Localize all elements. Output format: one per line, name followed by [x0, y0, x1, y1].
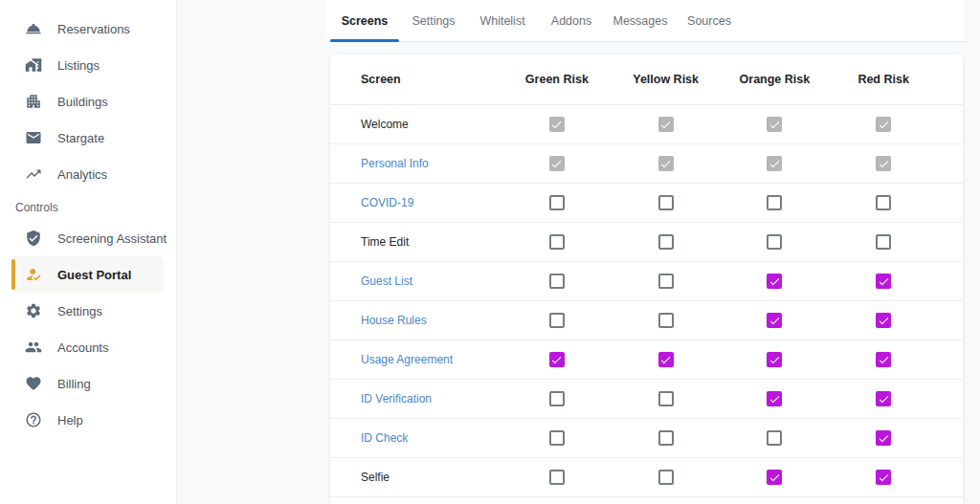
checkbox-covid-19-red-risk[interactable]: [876, 195, 891, 210]
checkbox-guest-list-yellow-risk[interactable]: [658, 274, 674, 289]
screen-name-cell: Usage Agreement: [330, 353, 502, 366]
checkbox-covid-19-green-risk[interactable]: [549, 195, 565, 210]
screen-name-cell: Selfie: [330, 471, 502, 484]
risk-cell-green-risk: [502, 430, 612, 446]
risk-cell-yellow-risk: [612, 234, 721, 250]
tab-settings[interactable]: Settings: [399, 0, 468, 41]
checkbox-time-edit-yellow-risk[interactable]: [658, 234, 674, 250]
sidebar-item-billing[interactable]: Billing: [0, 365, 176, 402]
sidebar-item-label: Stargate: [57, 131, 104, 145]
screen-link-personal-info[interactable]: Personal Info: [361, 157, 429, 170]
checkbox-selfie-orange-risk[interactable]: [767, 470, 782, 485]
checkbox-id-check-yellow-risk[interactable]: [658, 430, 674, 446]
sidebar-item-screening-assistant[interactable]: Screening Assistant: [0, 220, 176, 256]
risk-cell-green-risk: [502, 156, 612, 171]
checkbox-id-verification-orange-risk[interactable]: [767, 391, 782, 406]
checkbox-covid-19-yellow-risk[interactable]: [658, 195, 674, 210]
sidebar-item-analytics[interactable]: Analytics: [0, 156, 176, 192]
screen-link-id-check[interactable]: ID Check: [361, 431, 408, 445]
risk-cell-red-risk: [829, 470, 938, 485]
risk-cell-orange-risk: [721, 274, 830, 289]
risk-cell-orange-risk: [721, 391, 830, 406]
checkbox-guest-list-red-risk[interactable]: [876, 274, 891, 289]
sidebar-item-listings[interactable]: Listings: [0, 47, 176, 83]
checkbox-guest-list-green-risk[interactable]: [549, 274, 565, 289]
checkbox-house-rules-yellow-risk[interactable]: [658, 313, 674, 328]
screen-link-covid-19[interactable]: COVID-19: [361, 196, 413, 209]
sidebar-item-label: Reservations: [57, 22, 130, 36]
risk-cell-orange-risk: [721, 313, 830, 328]
sidebar-item-stargate[interactable]: Stargate: [0, 120, 176, 156]
sidebar-item-help[interactable]: Help: [0, 402, 176, 438]
checkbox-covid-19-orange-risk[interactable]: [767, 195, 782, 210]
risk-cell-red-risk: [829, 313, 938, 328]
checkbox-id-check-red-risk[interactable]: [876, 430, 891, 446]
checkbox-guest-list-orange-risk[interactable]: [767, 274, 782, 289]
checkbox-time-edit-red-risk[interactable]: [876, 234, 891, 250]
checkbox-usage-agreement-red-risk[interactable]: [876, 352, 891, 367]
sidebar-item-guest-portal[interactable]: Guest Portal: [11, 256, 164, 293]
checkbox-welcome-orange-risk: [767, 117, 782, 132]
risk-cell-green-risk: [502, 391, 612, 406]
table-row-personal-info: Personal Info: [330, 144, 963, 184]
risk-cell-orange-risk: [721, 430, 830, 446]
checkbox-house-rules-red-risk[interactable]: [876, 313, 891, 328]
people-icon: [25, 339, 42, 356]
sidebar-item-label: Screening Assistant: [57, 231, 167, 246]
checkbox-welcome-green-risk: [549, 117, 565, 132]
trending-up-icon: [25, 165, 42, 183]
checkbox-time-edit-green-risk[interactable]: [549, 234, 565, 250]
checkbox-id-verification-green-risk[interactable]: [549, 391, 565, 406]
checkbox-selfie-green-risk[interactable]: [549, 470, 565, 485]
risk-cell-yellow-risk: [612, 470, 721, 485]
risk-cell-green-risk: [502, 313, 612, 328]
sidebar-item-label: Guest Portal: [57, 268, 131, 282]
room-service-icon: [25, 20, 42, 37]
sidebar-item-buildings[interactable]: Buildings: [0, 83, 176, 120]
tab-whitelist[interactable]: Whitelist: [468, 0, 537, 41]
risk-cell-red-risk: [829, 430, 938, 446]
risk-cell-orange-risk: [721, 117, 830, 132]
tab-addons[interactable]: Addons: [537, 0, 606, 41]
checkbox-selfie-red-risk[interactable]: [876, 470, 891, 485]
screen-name-cell: ID Check: [330, 431, 502, 445]
checkbox-id-verification-red-risk[interactable]: [876, 391, 891, 406]
checkbox-time-edit-orange-risk[interactable]: [767, 234, 782, 250]
sidebar-item-reservations[interactable]: Reservations: [0, 11, 176, 47]
gear-icon: [25, 302, 42, 319]
checkbox-id-check-orange-risk[interactable]: [767, 430, 782, 446]
screen-link-guest-list[interactable]: Guest List: [361, 274, 412, 288]
screen-link-usage-agreement[interactable]: Usage Agreement: [361, 353, 453, 366]
tab-screens[interactable]: Screens: [330, 0, 399, 41]
risk-cell-yellow-risk: [612, 117, 721, 132]
checkbox-usage-agreement-green-risk[interactable]: [549, 352, 565, 367]
risk-cell-orange-risk: [721, 195, 830, 210]
table-header: ScreenGreen RiskYellow RiskOrange RiskRe…: [330, 55, 963, 105]
tab-messages[interactable]: Messages: [606, 0, 675, 41]
screen-name-cell: Guest List: [330, 274, 502, 288]
table-row-id-verification: ID Verification: [330, 380, 963, 419]
risk-cell-green-risk: [502, 117, 612, 132]
shield-check-icon: [25, 230, 42, 247]
checkbox-usage-agreement-orange-risk[interactable]: [767, 352, 782, 367]
checkbox-id-check-green-risk[interactable]: [549, 430, 565, 446]
tab-sources[interactable]: Sources: [675, 0, 744, 41]
checkbox-selfie-yellow-risk[interactable]: [658, 470, 674, 485]
checkbox-house-rules-orange-risk[interactable]: [767, 313, 782, 328]
risk-cell-orange-risk: [721, 352, 830, 367]
checkbox-house-rules-green-risk[interactable]: [549, 313, 565, 328]
risk-cell-orange-risk: [721, 156, 830, 171]
checkbox-id-verification-yellow-risk[interactable]: [658, 391, 674, 406]
sidebar-item-settings[interactable]: Settings: [0, 293, 176, 329]
app-root: ReservationsListingsBuildingsStargateAna…: [0, 0, 980, 504]
screen-link-id-verification[interactable]: ID Verification: [361, 392, 432, 405]
checkbox-usage-agreement-yellow-risk[interactable]: [658, 352, 674, 367]
risk-cell-red-risk: [829, 274, 938, 289]
home-building-icon: [25, 56, 42, 74]
sidebar-item-accounts[interactable]: Accounts: [0, 329, 176, 365]
checkbox-personal-info-yellow-risk: [658, 156, 674, 171]
screen-link-house-rules[interactable]: House Rules: [361, 314, 427, 327]
risk-cell-yellow-risk: [612, 352, 721, 367]
screen-name-cell: Time Edit: [330, 235, 502, 249]
risk-cell-yellow-risk: [612, 195, 721, 210]
